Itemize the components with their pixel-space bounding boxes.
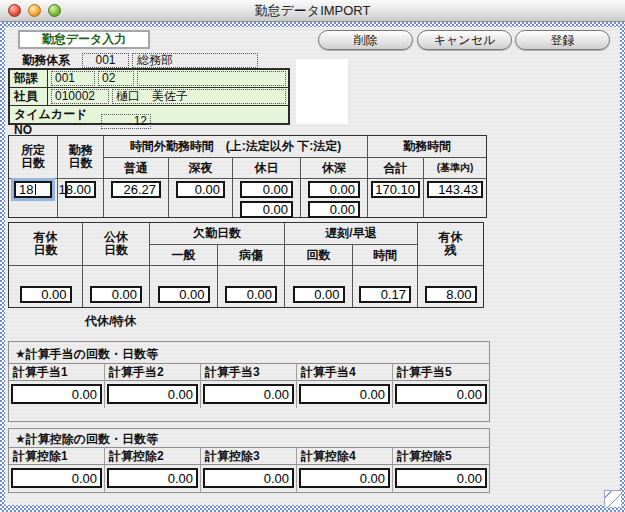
normal-overtime-cell: 26.27 [104, 179, 169, 217]
allowance2-cell: 0.00 [105, 381, 201, 408]
public-holiday-cell: 0.00 [83, 266, 150, 307]
allowance2-label: 計算手当2 [105, 363, 201, 381]
col-paid-leave: 有休 日数 [9, 223, 83, 266]
cancel-button[interactable]: キャンセル [417, 30, 512, 50]
late-night-input[interactable]: 0.00 [176, 181, 225, 198]
absence-group-header: 欠勤日数 [150, 223, 285, 245]
allowance4-input[interactable]: 0.00 [299, 384, 390, 404]
window-frame: 勤怠データ入力 削除 キャンセル 登録 勤務体系 001 総務部 部課 001 … [0, 22, 625, 512]
dept-name-field[interactable] [137, 71, 286, 86]
deduction-section-title: ★計算控除の回数・日数等 [9, 429, 489, 447]
deduction2-input[interactable]: 0.00 [107, 468, 198, 488]
deduction1-input[interactable]: 0.00 [11, 468, 102, 488]
employee-label: 社員 [10, 88, 48, 105]
late-night-cell: 0.00 [169, 179, 233, 217]
absence-general-input[interactable]: 0.00 [158, 286, 210, 303]
content-area: 勤怠データ入力 削除 キャンセル 登録 勤務体系 001 総務部 部課 001 … [5, 27, 620, 505]
deduction5-cell: 0.00 [393, 465, 489, 492]
col-late-time: 時間 [353, 245, 418, 266]
allowance1-input[interactable]: 0.00 [11, 384, 102, 404]
dept-code1-field[interactable]: 001 [51, 71, 95, 86]
prescribed-days-input[interactable]: 18 [14, 181, 52, 198]
working-days-cell: 18.00 [58, 179, 104, 217]
dept-row: 部課 001 02 [10, 70, 288, 88]
late-time-cell: 0.17 [353, 266, 418, 307]
allowance-section-title: ★計算手当の回数・日数等 [9, 342, 489, 363]
allowance2-input[interactable]: 0.00 [107, 384, 198, 404]
deduction4-label: 計算控除4 [297, 447, 393, 465]
col-working-days: 勤務 日数 [58, 136, 104, 179]
allowance1-label: 計算手当1 [9, 363, 105, 381]
worktime-group-header: 勤務時間 [368, 136, 486, 158]
resize-handle[interactable] [604, 490, 621, 507]
public-holiday-input[interactable]: 0.00 [90, 286, 142, 303]
deduction3-input[interactable]: 0.00 [203, 468, 294, 488]
work-system-label: 勤務体系 [22, 52, 70, 69]
allowance4-cell: 0.00 [297, 381, 393, 408]
timecard-label: タイムカードNO [10, 106, 98, 137]
attendance-import-window: 勤怠データIMPORT 勤怠データ入力 削除 キャンセル 登録 勤務体系 001… [0, 0, 625, 512]
timecard-no-field[interactable]: 12 [101, 114, 151, 129]
holiday-cell: 0.00 0.00 [233, 179, 301, 217]
allowance5-cell: 0.00 [393, 381, 489, 408]
employee-name-field[interactable]: 樋口 美佐子 [112, 89, 286, 104]
holiday-late-upper-input[interactable]: 0.00 [308, 181, 360, 198]
col-late-count: 回数 [285, 245, 353, 266]
deduction2-label: 計算控除2 [105, 447, 201, 465]
deduction5-input[interactable]: 0.00 [395, 468, 487, 488]
window-title: 勤怠データIMPORT [0, 0, 625, 21]
within-standard-cell: 143.43 [424, 179, 486, 217]
allowance-header-row: 計算手当1 計算手当2 計算手当3 計算手当4 計算手当5 [9, 363, 489, 381]
normal-overtime-input[interactable]: 26.27 [111, 181, 161, 198]
holiday-late-lower-input[interactable]: 0.00 [308, 201, 360, 218]
holiday-lower-input[interactable]: 0.00 [240, 201, 293, 218]
deduction5-label: 計算控除5 [393, 447, 489, 465]
col-within-standard: (基準内) [424, 158, 486, 179]
paid-remaining-cell: 8.00 [418, 266, 483, 307]
screen-title: 勤怠データ入力 [18, 30, 150, 49]
within-standard-input[interactable]: 143.43 [427, 181, 483, 198]
allowance5-input[interactable]: 0.00 [395, 384, 487, 404]
absence-sick-input[interactable]: 0.00 [225, 286, 277, 303]
col-late-night: 深夜 [169, 158, 233, 179]
allowance-value-row: 0.00 0.00 0.00 0.00 0.00 [9, 381, 489, 408]
allowance1-cell: 0.00 [9, 381, 105, 408]
absence-sick-cell: 0.00 [218, 266, 285, 307]
total-hours-input[interactable]: 170.10 [371, 181, 420, 198]
blank-panel [296, 59, 348, 124]
col-holiday-late: 休深 [301, 158, 368, 179]
deduction4-input[interactable]: 0.00 [299, 468, 390, 488]
late-count-cell: 0.00 [285, 266, 353, 307]
dept-code2-field[interactable]: 02 [98, 71, 134, 86]
working-days-input[interactable]: 18.00 [65, 181, 96, 198]
dept-label: 部課 [10, 70, 48, 87]
deduction-section: ★計算控除の回数・日数等 計算控除1 計算控除2 計算控除3 計算控除4 計算控… [8, 428, 490, 493]
absence-general-cell: 0.00 [150, 266, 218, 307]
delete-button[interactable]: 削除 [318, 30, 413, 50]
allowance3-input[interactable]: 0.00 [203, 384, 294, 404]
allowance-section: ★計算手当の回数・日数等 計算手当1 計算手当2 計算手当3 計算手当4 計算手… [8, 341, 490, 422]
register-button[interactable]: 登録 [515, 30, 610, 50]
paid-leave-cell: 0.00 [9, 266, 83, 307]
deduction3-cell: 0.00 [201, 465, 297, 492]
work-system-name-field[interactable]: 総務部 [132, 53, 258, 68]
employee-code-field[interactable]: 010002 [51, 89, 109, 104]
late-time-input[interactable]: 0.17 [359, 286, 411, 303]
deduction3-label: 計算控除3 [201, 447, 297, 465]
late-count-input[interactable]: 0.00 [293, 286, 345, 303]
timecard-row: タイムカードNO 12 [10, 106, 288, 137]
employee-row: 社員 010002 樋口 美佐子 [10, 88, 288, 106]
work-system-code-field[interactable]: 001 [82, 53, 129, 68]
attendance-hours-table: 所定 日数 勤務 日数 時間外勤務時間 (上:法定以外 下:法定) 勤務時間 普… [8, 135, 487, 218]
holiday-upper-input[interactable]: 0.00 [240, 181, 293, 198]
paid-remaining-input[interactable]: 8.00 [425, 286, 477, 303]
substitute-leave-label: 代休/特休 [85, 313, 136, 330]
allowance5-label: 計算手当5 [393, 363, 489, 381]
col-absence-sick: 病傷 [218, 245, 285, 266]
paid-leave-input[interactable]: 0.00 [20, 286, 72, 303]
employee-info-box: 部課 001 02 社員 010002 樋口 美佐子 タイムカードNO 12 [8, 68, 290, 125]
col-normal: 普通 [104, 158, 169, 179]
title-bar: 勤怠データIMPORT [0, 0, 625, 22]
deduction1-label: 計算控除1 [9, 447, 105, 465]
deduction4-cell: 0.00 [297, 465, 393, 492]
